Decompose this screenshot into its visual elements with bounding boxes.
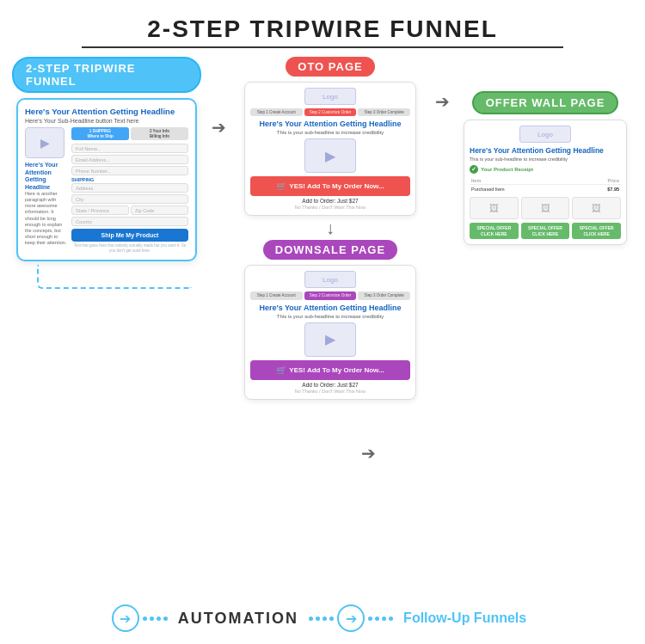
offer-btn-3[interactable]: SPECIAL OFFERCLICK HERE (572, 223, 621, 239)
offer-images-row: 🖼 🖼 🖼 (470, 197, 621, 219)
main-title: 2-STEP TRIPWIRE FUNNEL (0, 0, 645, 43)
downsale-card: Logo Step 1 Create Account Step 2 Custom… (244, 265, 416, 399)
zip-field[interactable]: Zip Code (131, 205, 188, 215)
downsale-cta-button[interactable]: 🛒 YES! Add To My Order Now... (250, 360, 410, 380)
oto-step1: Step 1 Create Account (250, 108, 303, 116)
oto-image: ▶ (304, 138, 356, 173)
city-field[interactable]: City (71, 194, 188, 204)
shipping-label: SHIPPING (71, 177, 188, 182)
step1-subhead: Here's Your Sub-Headline button Text her… (25, 118, 188, 124)
offerwall-subhead: This is your sub-headline to increase cr… (470, 156, 621, 162)
receipt-table: Item Price Purchased Item $7.95 (470, 177, 621, 193)
ship-cta-button[interactable]: Ship Me My Product (71, 229, 188, 242)
oto-step2: Step 2 Customize Order (304, 108, 357, 116)
step1-badge: 2-STEP TRIPWIRE FUNNEL (12, 57, 201, 93)
oto-badge: OTO PAGE (286, 57, 374, 77)
step1-mini-body: Here is another paragraph with more awes… (25, 191, 68, 246)
step1-card: Here's Your Attention Getting Headline H… (16, 98, 197, 261)
address-field[interactable]: Address (71, 183, 188, 193)
followup-label: Follow-Up Funnels (403, 610, 526, 626)
fullname-field[interactable]: Full Name... (71, 144, 188, 153)
downsale-step2: Step 2 Customize Order (304, 291, 357, 299)
offer-img-2: 🖼 (521, 197, 570, 219)
title-underline (82, 46, 563, 48)
phone-field[interactable]: Phone Number... (71, 166, 188, 175)
offer-buttons-row: SPECIAL OFFERCLICK HERE SPECIAL OFFERCLI… (470, 223, 621, 239)
offer-img-3: 🖼 (572, 197, 621, 219)
downsale-logo: Logo (304, 271, 356, 288)
step1-headline: Here's Your Attention Getting Headline (25, 107, 188, 116)
step1-image: ▶ (25, 127, 64, 158)
step-tab-1[interactable]: 1 SHIPPINGWhere to Ship (71, 127, 129, 140)
country-field[interactable]: Country (71, 217, 188, 226)
offer-img-1: 🖼 (470, 197, 519, 219)
automation-circle-right: ➔ (337, 604, 365, 632)
offer-wall-card: Logo Here's Your Attention Getting Headl… (464, 120, 627, 245)
arrow-oto-offerwall: ➔ (425, 57, 459, 112)
state-field[interactable]: State / Province (71, 205, 129, 215)
downsale-headline: Here's Your Attention Getting Headline (250, 304, 410, 312)
oto-card: Logo Step 1 Create Account Step 2 Custom… (244, 82, 416, 216)
oto-add-order: Add to Order: Just $27 (250, 198, 410, 204)
downsale-subhead: This is your sub-headline to increase cr… (250, 314, 410, 319)
automation-bar: ➔ AUTOMATION ➔ Follow-Up Funnels (0, 604, 645, 632)
step1-legal: Text that goes here that nobody actually… (71, 243, 188, 253)
downsale-step1: Step 1 Create Account (250, 291, 303, 299)
oto-cta-button[interactable]: 🛒 YES! Add To My Order Now... (250, 176, 410, 196)
downsale-badge: DOWNSALE PAGE (263, 240, 397, 260)
step1-mini-headline: Here's Your Attention Getting Headline (25, 162, 68, 191)
offerwall-logo: Logo (519, 126, 571, 143)
offer-btn-1[interactable]: SPECIAL OFFERCLICK HERE (470, 223, 519, 239)
downsale-image: ▶ (304, 322, 356, 357)
receipt-label: Your Product Receipt (481, 167, 533, 172)
offerwall-badge: OFFER WALL PAGE (472, 91, 619, 114)
arrow-oto-downsale: ↓ (326, 216, 335, 240)
arrow-step1-oto: ➔ (201, 57, 236, 138)
automation-circle-left: ➔ (112, 604, 139, 632)
downsale-add-order: Add to Order: Just $27 (250, 382, 410, 388)
oto-no-thanks: No Thanks / Don't Want This Now (250, 205, 410, 210)
arrow-downsale-offerwall: ➔ (361, 443, 376, 463)
offerwall-headline: Here's Your Attention Getting Headline (470, 146, 621, 155)
oto-headline: Here's Your Attention Getting Headline (250, 120, 410, 128)
oto-logo: Logo (304, 88, 356, 105)
step-tab-2[interactable]: 2 Your InfoBilling Info (131, 127, 188, 140)
oto-subhead: This is your sub-headline to increase cr… (250, 130, 410, 135)
downsale-step3: Step 3 Order Complete (358, 291, 410, 299)
check-icon: ✓ (470, 165, 478, 174)
automation-label: AUTOMATION (178, 610, 298, 628)
downsale-no-thanks: No Thanks / Don't Want This Now (250, 389, 410, 394)
oto-step3: Step 3 Order Complete (358, 108, 410, 116)
offer-btn-2[interactable]: SPECIAL OFFERCLICK HERE (521, 223, 570, 239)
email-field[interactable]: Email Address... (71, 155, 188, 164)
